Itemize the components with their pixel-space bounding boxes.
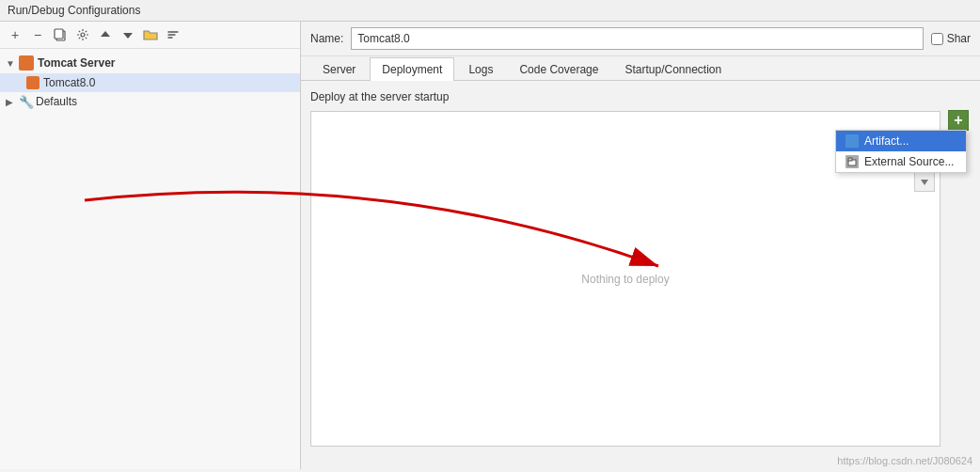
folder-button[interactable]	[141, 25, 160, 44]
artifact-icon	[846, 134, 859, 148]
tab-deployment[interactable]: Deployment	[370, 57, 454, 81]
share-label: Shar	[947, 32, 971, 45]
name-input[interactable]	[351, 27, 923, 50]
tab-logs[interactable]: Logs	[456, 57, 505, 81]
remove-config-button[interactable]: −	[28, 25, 47, 44]
tab-code-coverage[interactable]: Code Coverage	[507, 57, 610, 81]
copy-config-button[interactable]	[51, 25, 70, 44]
share-area: Shar	[931, 32, 971, 45]
toolbar: + −	[0, 22, 300, 49]
left-panel: + −	[0, 22, 301, 469]
move-up-button[interactable]	[96, 25, 115, 44]
defaults-wrench-icon: 🔧	[19, 95, 32, 108]
name-row: Name: Shar	[301, 22, 980, 56]
artifact-label: Artifact...	[864, 134, 909, 148]
dropdown-external-source[interactable]: External Source...	[836, 151, 966, 172]
tabs-row: Server Deployment Logs Code Coverage Sta…	[301, 56, 980, 81]
external-source-label: External Source...	[864, 155, 954, 168]
defaults-section[interactable]: ▶ 🔧 Defaults	[0, 92, 300, 111]
defaults-arrow: ▶	[6, 97, 15, 107]
move-down-side-button[interactable]	[914, 171, 935, 192]
settings-button[interactable]	[73, 25, 92, 44]
share-checkbox[interactable]	[931, 33, 943, 45]
tree-area: ▼ Tomcat Server Tomcat8.0 ▶ 🔧 Defaults	[0, 49, 300, 469]
title-bar: Run/Debug Configurations	[0, 0, 980, 22]
tomcat-item-label: Tomcat8.0	[43, 76, 95, 89]
defaults-label: Defaults	[36, 95, 77, 108]
external-source-icon	[846, 155, 859, 168]
tab-startup-connection[interactable]: Startup/Connection	[612, 57, 734, 81]
right-panel: Name: Shar Server Deployment Logs Code C…	[301, 22, 980, 469]
move-down-button[interactable]	[119, 25, 137, 44]
tomcat-server-icon	[19, 55, 34, 71]
tab-server[interactable]: Server	[310, 57, 368, 81]
watermark: https://blog.csdn.net/J080624	[837, 455, 972, 466]
svg-point-2	[81, 33, 85, 37]
dropdown-artifact[interactable]: Artifact...	[836, 131, 966, 151]
tomcat-server-section[interactable]: ▼ Tomcat Server	[0, 53, 300, 73]
add-config-button[interactable]: +	[6, 25, 24, 44]
dropdown-menu: Artifact... External Source...	[835, 130, 967, 173]
name-label: Name:	[310, 32, 343, 45]
svg-rect-4	[848, 158, 852, 161]
nothing-text: Nothing to deploy	[581, 273, 669, 286]
tomcat-item[interactable]: Tomcat8.0	[0, 73, 300, 92]
tree-arrow-down: ▼	[6, 58, 15, 69]
title-text: Run/Debug Configurations	[8, 4, 140, 17]
content-area: Deploy at the server startup Nothing to …	[301, 81, 980, 469]
tomcat-item-icon	[26, 76, 40, 89]
add-deployment-button[interactable]: +	[948, 110, 969, 131]
sort-button[interactable]	[164, 25, 182, 44]
deploy-label: Deploy at the server startup	[310, 90, 971, 103]
svg-rect-1	[55, 29, 63, 39]
tomcat-server-label: Tomcat Server	[38, 56, 115, 70]
